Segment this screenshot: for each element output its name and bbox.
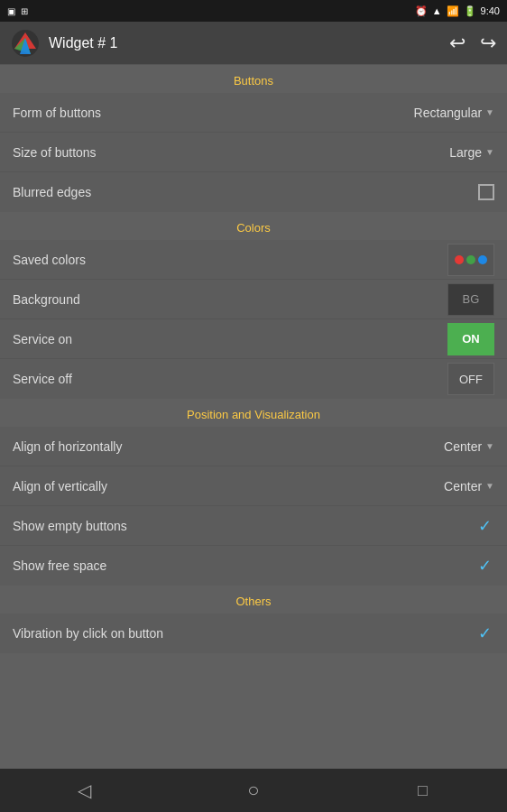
form-of-buttons-row[interactable]: Form of buttons Rectangular ▼ <box>0 93 507 133</box>
form-chevron-icon: ▼ <box>485 107 494 117</box>
position-section: Position and Visualization Align of hori… <box>0 399 507 586</box>
show-empty-buttons-row[interactable]: Show empty buttons ✓ <box>0 506 507 546</box>
status-bar: ▣ ⊞ ⏰ ▲ 📶 🔋 9:40 <box>0 0 507 22</box>
wifi-icon: ▲ <box>432 5 442 16</box>
align-vertically-value: Center ▼ <box>444 479 494 494</box>
others-section: Others Vibration by click on button ✓ <box>0 586 507 653</box>
undo-button[interactable]: ↩ <box>449 32 466 55</box>
blurred-edges-checkbox[interactable] <box>478 184 494 200</box>
align-horizontally-label: Align of horizontally <box>13 439 122 454</box>
settings-content: Buttons Form of buttons Rectangular ▼ Si… <box>0 65 507 769</box>
saved-colors-button[interactable] <box>447 244 494 276</box>
time-display: 9:40 <box>481 5 500 16</box>
size-of-buttons-label: Size of buttons <box>13 145 97 160</box>
vibration-checkbox[interactable]: ✓ <box>478 625 494 641</box>
off-button-label: OFF <box>459 373 483 386</box>
size-of-buttons-value: Large ▼ <box>449 145 494 160</box>
align-v-chevron-icon: ▼ <box>485 481 494 491</box>
buttons-section-header: Buttons <box>0 65 507 93</box>
buttons-section: Buttons Form of buttons Rectangular ▼ Si… <box>0 65 507 212</box>
recents-nav-icon: □ <box>418 781 428 800</box>
service-off-button[interactable]: OFF <box>447 363 494 395</box>
blurred-edges-label: Blurred edges <box>13 185 91 199</box>
app-title: Widget # 1 <box>49 35 117 51</box>
align-horizontally-row[interactable]: Align of horizontally Center ▼ <box>0 427 507 466</box>
color-dot-red <box>455 255 464 264</box>
on-button-label: ON <box>462 332 480 346</box>
signal-icon: 📶 <box>447 5 459 17</box>
app-bar-left: Widget # 1 <box>11 29 117 58</box>
app-bar: Widget # 1 ↩ ↪ <box>0 22 507 65</box>
app-bar-actions: ↩ ↪ <box>449 32 496 55</box>
saved-colors-label: Saved colors <box>13 253 86 267</box>
service-off-label: Service off <box>13 372 72 386</box>
show-free-space-row[interactable]: Show free space ✓ <box>0 546 507 586</box>
battery-icon: 🔋 <box>464 5 476 17</box>
bg-button-label: BG <box>463 292 480 306</box>
size-chevron-icon: ▼ <box>485 147 494 157</box>
recents-nav-button[interactable]: □ <box>404 772 440 808</box>
alarm-icon: ⏰ <box>415 5 428 17</box>
form-of-buttons-label: Form of buttons <box>13 106 101 120</box>
show-empty-buttons-checkbox[interactable]: ✓ <box>478 518 494 534</box>
service-off-row[interactable]: Service off OFF <box>0 359 507 399</box>
redo-button[interactable]: ↪ <box>480 32 496 55</box>
show-empty-buttons-label: Show empty buttons <box>13 519 127 533</box>
size-of-buttons-row[interactable]: Size of buttons Large ▼ <box>0 133 507 172</box>
service-on-label: Service on <box>13 332 72 346</box>
service-on-row[interactable]: Service on ON <box>0 319 507 359</box>
show-free-space-checkbox[interactable]: ✓ <box>478 558 494 574</box>
position-section-header: Position and Visualization <box>0 399 507 427</box>
align-horizontally-value: Center ▼ <box>444 439 494 454</box>
background-button[interactable]: BG <box>447 283 494 316</box>
colors-section: Colors Saved colors Background BG Servic… <box>0 212 507 399</box>
blurred-edges-row[interactable]: Blurred edges <box>0 172 507 212</box>
color-dot-blue <box>478 255 487 264</box>
colors-section-header: Colors <box>0 212 507 240</box>
status-bar-right: ⏰ ▲ 📶 🔋 9:40 <box>415 5 500 17</box>
status-bar-left: ▣ ⊞ <box>7 6 28 16</box>
show-free-space-label: Show free space <box>13 558 106 573</box>
vibration-row[interactable]: Vibration by click on button ✓ <box>0 614 507 653</box>
others-section-header: Others <box>0 586 507 614</box>
form-of-buttons-value: Rectangular ▼ <box>414 106 494 120</box>
background-row[interactable]: Background BG <box>0 280 507 319</box>
app-icon-small-1: ▣ <box>7 6 15 16</box>
app-icon-small-2: ⊞ <box>21 6 28 16</box>
bottom-nav: ◁ ○ □ <box>0 769 507 812</box>
back-nav-button[interactable]: ◁ <box>67 772 103 808</box>
home-nav-button[interactable]: ○ <box>235 772 272 808</box>
back-nav-icon: ◁ <box>78 780 91 801</box>
app-logo <box>11 29 40 58</box>
home-nav-icon: ○ <box>247 779 259 802</box>
align-h-chevron-icon: ▼ <box>485 441 494 451</box>
background-label: Background <box>13 292 80 307</box>
saved-colors-row[interactable]: Saved colors <box>0 240 507 280</box>
align-vertically-row[interactable]: Align of vertically Center ▼ <box>0 466 507 506</box>
service-on-button[interactable]: ON <box>447 323 494 355</box>
align-vertically-label: Align of vertically <box>13 479 107 494</box>
color-dot-green <box>466 255 475 264</box>
vibration-label: Vibration by click on button <box>13 626 163 641</box>
